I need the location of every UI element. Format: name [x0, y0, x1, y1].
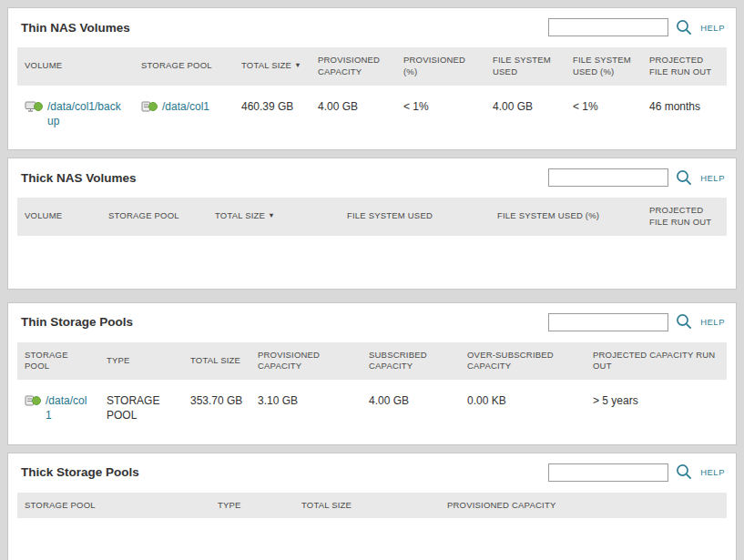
status-ok-icon	[34, 102, 43, 111]
sort-desc-icon: ▼	[268, 211, 275, 219]
search-icon[interactable]	[676, 19, 693, 36]
table-header-row: STORAGE POOL TYPE TOTAL SIZE PROVISIONED…	[17, 342, 727, 381]
search-icon[interactable]	[676, 169, 693, 187]
help-link[interactable]: HELP	[700, 23, 725, 33]
projected-file-run-out-cell: 46 months	[642, 86, 727, 140]
col-over-subscribed-capacity[interactable]: OVER-SUBSCRIBED CAPACITY	[460, 342, 586, 381]
col-total-size[interactable]: TOTAL SIZE▼	[208, 198, 340, 236]
search-input[interactable]	[548, 463, 668, 482]
col-total-size-label: TOTAL SIZE	[241, 60, 291, 70]
provisioned-capacity-cell: 4.00 GB	[311, 86, 396, 140]
col-provisioned-pct[interactable]: PROVISIONED (%)	[396, 47, 485, 86]
search-input[interactable]	[548, 313, 668, 331]
col-total-size[interactable]: TOTAL SIZE	[294, 493, 440, 519]
storage-pool-cell: /data/col1	[134, 86, 234, 140]
file-system-used-cell: 4.00 GB	[485, 86, 566, 140]
col-storage-pool[interactable]: STORAGE POOL	[134, 47, 234, 86]
col-projected-file-run-out[interactable]: PROJECTED FILE RUN OUT	[642, 47, 727, 86]
col-total-size-label: TOTAL SIZE	[215, 210, 265, 220]
thin-nas-volumes-table: VOLUME STORAGE POOL TOTAL SIZE▼ PROVISIO…	[17, 47, 727, 140]
col-file-system-used[interactable]: FILE SYSTEM USED	[485, 47, 566, 86]
storage-pool-link[interactable]: /data/col1	[46, 393, 92, 423]
col-volume[interactable]: VOLUME	[17, 47, 134, 86]
col-file-system-used[interactable]: FILE SYSTEM USED	[340, 198, 490, 236]
panel-tools: HELP	[548, 168, 725, 187]
table-header-row: STORAGE POOL TYPE TOTAL SIZE PROVISIONED…	[17, 493, 727, 519]
table-header-row: VOLUME STORAGE POOL TOTAL SIZE▼ FILE SYS…	[17, 198, 727, 236]
file-system-used-pct-cell: < 1%	[566, 86, 642, 140]
col-projected-file-run-out[interactable]: PROJECTED FILE RUN OUT	[642, 198, 727, 236]
col-provisioned-capacity[interactable]: PROVISIONED CAPACITY	[311, 47, 396, 86]
panel-header: Thin NAS Volumes HELP	[8, 8, 736, 47]
sort-desc-icon: ▼	[294, 61, 301, 69]
subscribed-capacity-cell: 4.00 GB	[362, 380, 460, 434]
panel-tools: HELP	[548, 313, 725, 331]
provisioned-capacity-cell: 3.10 GB	[250, 380, 362, 434]
panel-header: Thick Storage Pools HELP	[8, 453, 736, 493]
col-file-system-used-pct[interactable]: FILE SYSTEM USED (%)	[490, 198, 642, 236]
help-link[interactable]: HELP	[700, 467, 725, 477]
empty-table-body	[17, 236, 727, 280]
col-storage-pool[interactable]: STORAGE POOL	[17, 342, 99, 381]
table-wrapper: VOLUME STORAGE POOL TOTAL SIZE▼ PROVISIO…	[8, 47, 736, 149]
provisioned-pct-cell: < 1%	[396, 86, 485, 140]
status-ok-icon	[148, 102, 158, 111]
panel-thick-nas-volumes: Thick NAS Volumes HELP VOLUME STORAGE PO…	[7, 158, 737, 290]
table-header-row: VOLUME STORAGE POOL TOTAL SIZE▼ PROVISIO…	[17, 47, 727, 86]
help-link[interactable]: HELP	[700, 317, 725, 327]
table-row: /data/col1/backup /data/col1 460.39 GB	[17, 86, 727, 140]
panel-tools: HELP	[548, 463, 725, 482]
panel-title: Thin Storage Pools	[21, 315, 133, 329]
thin-storage-pools-table: STORAGE POOL TYPE TOTAL SIZE PROVISIONED…	[17, 342, 727, 435]
search-icon[interactable]	[676, 463, 693, 481]
col-storage-pool[interactable]: STORAGE POOL	[17, 493, 210, 519]
type-cell: STORAGE POOL	[99, 380, 183, 434]
empty-table-body	[17, 518, 727, 558]
col-provisioned-capacity[interactable]: PROVISIONED CAPACITY	[440, 493, 727, 519]
storage-pool-link[interactable]: /data/col1	[162, 99, 209, 114]
col-provisioned-capacity[interactable]: PROVISIONED CAPACITY	[250, 342, 362, 381]
projected-capacity-run-out-cell: > 5 years	[586, 380, 727, 434]
panel-title: Thick Storage Pools	[21, 465, 139, 479]
table-row: /data/col1 STORAGE POOL 353.70 GB 3.10 G…	[17, 380, 727, 434]
storage-pool-cell: /data/col1	[17, 380, 99, 434]
col-type[interactable]: TYPE	[210, 493, 294, 519]
thick-nas-volumes-table: VOLUME STORAGE POOL TOTAL SIZE▼ FILE SYS…	[17, 198, 727, 236]
col-projected-capacity-run-out[interactable]: PROJECTED CAPACITY RUN OUT	[586, 342, 727, 381]
panel-thick-storage-pools: Thick Storage Pools HELP STORAGE POOL TY…	[7, 453, 737, 560]
panel-header: Thick NAS Volumes HELP	[8, 158, 736, 198]
col-total-size[interactable]: TOTAL SIZE	[183, 342, 250, 381]
table-wrapper: STORAGE POOL TYPE TOTAL SIZE PROVISIONED…	[8, 493, 736, 560]
table-wrapper: VOLUME STORAGE POOL TOTAL SIZE▼ FILE SYS…	[8, 198, 736, 289]
panel-title: Thin NAS Volumes	[21, 21, 130, 35]
col-storage-pool[interactable]: STORAGE POOL	[101, 198, 208, 236]
total-size-cell: 460.39 GB	[234, 86, 311, 140]
col-total-size[interactable]: TOTAL SIZE▼	[234, 47, 311, 86]
status-ok-icon	[32, 396, 41, 405]
search-icon[interactable]	[676, 313, 693, 331]
over-subscribed-capacity-cell: 0.00 KB	[460, 380, 586, 434]
table-wrapper: STORAGE POOL TYPE TOTAL SIZE PROVISIONED…	[8, 342, 736, 444]
search-input[interactable]	[548, 18, 668, 36]
col-type[interactable]: TYPE	[99, 342, 183, 381]
panel-thin-nas-volumes: Thin NAS Volumes HELP VOLUME STORAGE POO…	[7, 7, 737, 150]
panel-header: Thin Storage Pools HELP	[8, 303, 736, 342]
volume-link[interactable]: /data/col1/backup	[47, 99, 127, 128]
thick-storage-pools-table: STORAGE POOL TYPE TOTAL SIZE PROVISIONED…	[17, 493, 727, 519]
volume-cell: /data/col1/backup	[17, 86, 134, 140]
total-size-cell: 353.70 GB	[183, 380, 250, 434]
help-link[interactable]: HELP	[700, 173, 725, 183]
panel-tools: HELP	[548, 18, 725, 36]
col-file-system-used-pct[interactable]: FILE SYSTEM USED (%)	[566, 47, 642, 86]
panel-thin-storage-pools: Thin Storage Pools HELP STORAGE POOL TYP…	[7, 302, 737, 445]
panel-title: Thick NAS Volumes	[21, 171, 137, 185]
search-input[interactable]	[548, 168, 668, 187]
col-volume[interactable]: VOLUME	[17, 198, 101, 236]
col-subscribed-capacity[interactable]: SUBSCRIBED CAPACITY	[362, 342, 460, 381]
